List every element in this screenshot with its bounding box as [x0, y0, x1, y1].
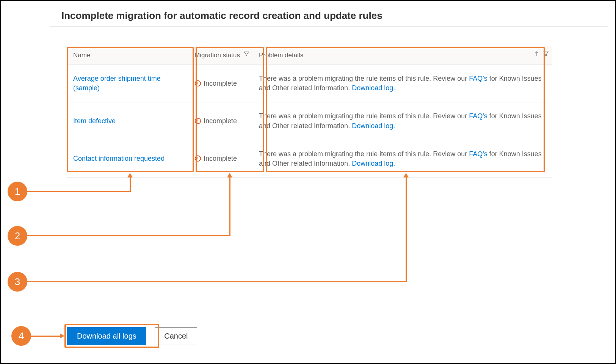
rule-name-link[interactable]: Contact information requested	[73, 155, 165, 162]
column-header-status-label: Migration status	[194, 52, 240, 59]
callout-connector	[31, 336, 61, 337]
faq-link[interactable]: FAQ's	[469, 150, 487, 158]
callout-connector	[27, 235, 230, 236]
status-cell: Incomplete	[188, 102, 253, 140]
detail-cell: There was a problem migrating the rule i…	[253, 102, 552, 140]
status-label: Incomplete	[204, 117, 237, 125]
callout-number-1: 1	[8, 182, 27, 201]
download-log-link[interactable]: Download log.	[352, 122, 395, 130]
callout-connector	[27, 191, 130, 192]
status-label: Incomplete	[204, 155, 237, 162]
error-icon	[194, 118, 201, 124]
detail-cell: There was a problem migrating the rule i…	[253, 65, 552, 102]
download-log-link[interactable]: Download log.	[352, 160, 395, 167]
table-row: Item defective Incomplete There was a pr…	[67, 102, 552, 140]
detail-text: There was a problem migrating the rule i…	[259, 150, 469, 158]
callout-arrow	[403, 173, 409, 177]
callout-arrow	[60, 333, 64, 339]
rule-name-link[interactable]: Item defective	[73, 117, 116, 125]
error-icon	[194, 80, 201, 87]
table-row: Contact information requested Incomplete…	[67, 140, 552, 177]
cancel-button[interactable]: Cancel	[155, 327, 197, 345]
filter-icon[interactable]	[244, 51, 249, 56]
footer-actions: Download all logs Cancel	[67, 327, 197, 345]
sort-icon[interactable]	[534, 51, 539, 56]
detail-text: There was a problem migrating the rule i…	[259, 75, 469, 82]
callout-connector	[229, 177, 230, 236]
faq-link[interactable]: FAQ's	[469, 112, 487, 120]
page-title: Incomplete migration for automatic recor…	[1, 1, 615, 26]
svg-point-8	[197, 160, 198, 160]
status-cell: Incomplete	[188, 140, 253, 177]
svg-point-2	[197, 84, 198, 85]
callout-number-4: 4	[11, 326, 31, 346]
callout-arrow	[127, 173, 133, 177]
column-header-detail-label: Problem details	[259, 52, 303, 59]
status-cell: Incomplete	[188, 65, 253, 102]
callout-arrow	[227, 173, 232, 177]
detail-text: There was a problem migrating the rule i…	[259, 112, 469, 120]
column-header-name[interactable]: Name	[67, 46, 188, 65]
status-label: Incomplete	[204, 80, 237, 87]
error-icon	[194, 155, 201, 162]
table-row: Average order shipment time (sample) Inc…	[67, 65, 552, 102]
rule-name-link[interactable]: Average order shipment time (sample)	[73, 75, 161, 92]
column-header-status[interactable]: Migration status	[188, 46, 253, 65]
callout-connector	[406, 177, 407, 282]
migration-table: Name Migration status Problem details	[67, 46, 552, 178]
download-all-logs-button[interactable]: Download all logs	[67, 327, 146, 345]
callout-number-3: 3	[8, 272, 27, 292]
faq-link[interactable]: FAQ's	[469, 75, 487, 82]
download-log-link[interactable]: Download log.	[352, 84, 395, 92]
detail-cell: There was a problem migrating the rule i…	[253, 140, 552, 177]
column-header-name-label: Name	[73, 52, 90, 59]
column-header-detail[interactable]: Problem details	[253, 46, 552, 65]
filter-icon[interactable]	[543, 51, 549, 56]
svg-point-5	[197, 122, 198, 123]
divider	[50, 26, 608, 27]
callout-number-2: 2	[8, 226, 27, 246]
callout-connector	[130, 177, 131, 192]
callout-connector	[27, 281, 406, 282]
